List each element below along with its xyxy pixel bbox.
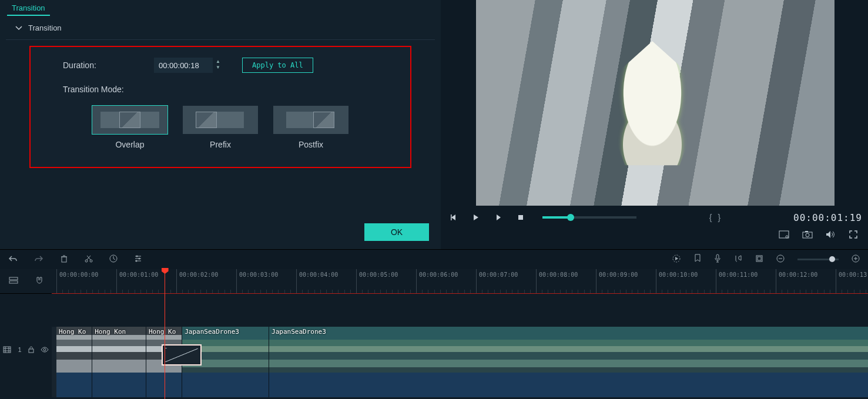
playhead[interactable] xyxy=(165,269,165,399)
clip-label: Hong Kon xyxy=(95,328,126,336)
track-header[interactable]: 1 xyxy=(0,327,52,373)
tab-bar: Transition xyxy=(0,0,441,16)
svg-rect-1 xyxy=(518,215,523,220)
ruler-label: 00:00:10:00 xyxy=(659,271,698,278)
mode-postfix-icon xyxy=(273,106,348,134)
preview-panel: {} 00:00:01:19 xyxy=(444,0,868,249)
voiceover-icon[interactable] xyxy=(714,254,721,265)
adjust-button[interactable] xyxy=(134,254,142,264)
svg-rect-2 xyxy=(779,231,789,238)
next-frame-button[interactable] xyxy=(494,213,502,222)
track-manager-icon[interactable] xyxy=(9,277,18,286)
ok-button[interactable]: OK xyxy=(364,223,429,241)
mode-overlap[interactable]: Overlap xyxy=(92,106,167,149)
timeline-toolbar xyxy=(0,249,868,269)
section-title: Transition xyxy=(28,24,62,32)
snapshot-icon[interactable] xyxy=(802,230,813,241)
timeline-header: 00:00:00:0000:00:01:0000:00:02:0000:00:0… xyxy=(0,269,868,294)
undo-button[interactable] xyxy=(8,254,18,264)
timecode: 00:00:01:19 xyxy=(793,212,862,223)
ruler-label: 00:00:03:00 xyxy=(239,271,278,278)
clip-label: Hong Ko xyxy=(59,328,86,336)
play-button[interactable] xyxy=(472,213,480,222)
audio-track xyxy=(0,373,868,397)
ruler-label: 00:00:12:00 xyxy=(779,271,817,278)
mark-in-out[interactable]: {} xyxy=(709,213,720,222)
audio-mixer-icon[interactable] xyxy=(734,254,742,264)
svg-point-13 xyxy=(136,260,138,262)
safe-zone-icon[interactable] xyxy=(779,230,789,241)
mode-postfix[interactable]: Postfix xyxy=(273,106,348,149)
track-number: 1 xyxy=(18,346,21,353)
magnet-icon[interactable] xyxy=(35,276,43,286)
zoom-slider[interactable] xyxy=(797,259,839,260)
svg-rect-21 xyxy=(9,281,18,283)
stop-button[interactable] xyxy=(517,213,525,222)
prev-frame-button[interactable] xyxy=(450,213,458,222)
ruler-label: 00:00:07:00 xyxy=(479,271,518,278)
spinner-down-icon[interactable]: ▼ xyxy=(214,65,222,71)
mode-postfix-label: Postfix xyxy=(273,140,348,149)
clip-label: JapanSeaDrone3 xyxy=(185,328,239,336)
svg-rect-17 xyxy=(758,257,761,260)
speed-button[interactable] xyxy=(109,254,118,264)
apply-to-all-button[interactable]: Apply to All xyxy=(242,58,313,73)
audio-clip[interactable] xyxy=(56,373,92,397)
playback-progress[interactable] xyxy=(542,216,636,219)
ruler-label: 00:00:05:00 xyxy=(359,271,398,278)
mode-prefix-label: Prefix xyxy=(183,140,258,149)
svg-rect-0 xyxy=(451,214,452,220)
transport-bar: {} 00:00:01:19 xyxy=(450,212,862,223)
eye-icon[interactable] xyxy=(41,347,49,353)
zoom-in-button[interactable] xyxy=(852,254,860,264)
svg-point-9 xyxy=(90,260,92,262)
clip-label: JapanSeaDrone3 xyxy=(272,328,326,336)
render-icon[interactable] xyxy=(672,254,681,265)
clip-hk2[interactable]: Hong Kon xyxy=(92,327,146,373)
svg-point-5 xyxy=(806,233,809,237)
mode-overlap-icon xyxy=(92,106,167,134)
svg-rect-6 xyxy=(805,231,808,232)
delete-button[interactable] xyxy=(60,254,68,264)
svg-rect-20 xyxy=(9,277,18,280)
preview-viewport[interactable] xyxy=(476,0,835,206)
video-track: 1 Hong KoHong KonHong KoJapanSeaDrone3Ja… xyxy=(0,327,868,373)
ruler-label: 00:00:04:00 xyxy=(299,271,338,278)
ruler-label: 00:00:06:00 xyxy=(419,271,458,278)
section-header-transition[interactable]: Transition xyxy=(6,16,435,40)
svg-rect-23 xyxy=(29,349,33,353)
lock-icon[interactable] xyxy=(28,346,34,353)
marker-icon[interactable] xyxy=(694,254,701,265)
ruler-label: 00:00:08:00 xyxy=(539,271,578,278)
ruler-label: 00:00:01:00 xyxy=(119,271,158,278)
svg-rect-7 xyxy=(62,257,66,262)
time-ruler[interactable]: 00:00:00:0000:00:01:0000:00:02:0000:00:0… xyxy=(52,269,868,293)
chevron-down-icon xyxy=(15,25,22,32)
redo-button[interactable] xyxy=(34,254,43,264)
svg-point-8 xyxy=(85,260,88,262)
split-button[interactable] xyxy=(85,254,93,264)
crop-icon[interactable] xyxy=(755,254,763,264)
ruler-label: 00:00:09:00 xyxy=(599,271,638,278)
clip-sea2[interactable]: JapanSeaDrone3 xyxy=(269,327,868,373)
video-track-body[interactable]: Hong KoHong KonHong KoJapanSeaDrone3Japa… xyxy=(52,327,868,373)
mode-prefix[interactable]: Prefix xyxy=(183,106,258,149)
zoom-out-button[interactable] xyxy=(776,254,785,264)
properties-panel: Transition Transition Duration: ▲ ▼ Appl… xyxy=(0,0,441,249)
filmstrip-icon xyxy=(3,346,11,353)
clip-hk1[interactable]: Hong Ko xyxy=(56,327,92,373)
audio-clip[interactable] xyxy=(269,373,868,397)
audio-track-body[interactable] xyxy=(52,373,868,397)
duration-input[interactable] xyxy=(154,58,213,73)
ruler-label: 00:00:02:00 xyxy=(179,271,218,278)
mode-prefix-icon xyxy=(183,106,258,134)
volume-icon[interactable] xyxy=(826,230,836,241)
tab-transition[interactable]: Transition xyxy=(7,0,50,16)
audio-clip[interactable] xyxy=(92,373,146,397)
svg-point-3 xyxy=(786,236,788,238)
svg-point-12 xyxy=(139,258,140,260)
audio-clip[interactable] xyxy=(182,373,269,397)
fullscreen-icon[interactable] xyxy=(849,230,860,241)
duration-spinner[interactable]: ▲ ▼ xyxy=(214,59,222,71)
transition-clip[interactable] xyxy=(162,344,202,366)
